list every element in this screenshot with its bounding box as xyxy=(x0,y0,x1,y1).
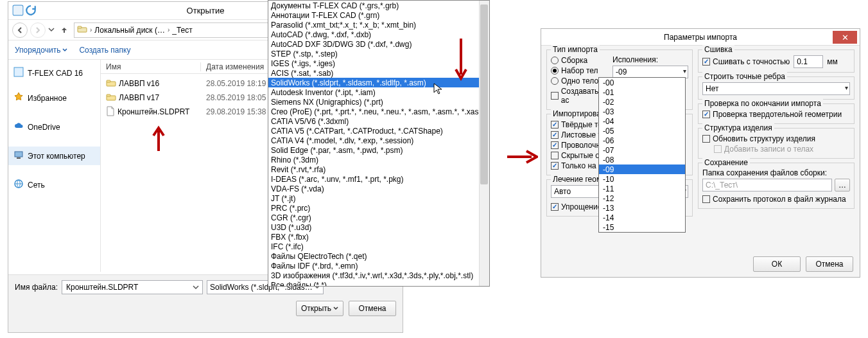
breadcrumb-root[interactable]: Локальный диск (… xyxy=(94,26,165,35)
svg-rect-5 xyxy=(17,157,21,159)
exec-select[interactable]: -09 ▾ xyxy=(612,66,688,78)
close-button[interactable]: ✕ xyxy=(833,31,857,44)
filetype-option[interactable]: Rhino (*.3dm) xyxy=(268,155,489,165)
filetype-option[interactable]: I-DEAS (*.arc, *.unv, *.mf1, *.prt, *.pk… xyxy=(268,174,489,184)
organize-menu[interactable]: Упорядочить xyxy=(15,46,67,55)
folder-icon xyxy=(106,93,116,103)
filetype-option[interactable]: Документы T-FLEX CAD (*.grs,*.grb) xyxy=(268,1,489,10)
filetype-option[interactable]: CATIA V5/V6 (*.3dxml) xyxy=(268,116,489,126)
edges-select[interactable]: Нет ▾ xyxy=(702,82,850,95)
exec-option[interactable]: -02 xyxy=(599,97,685,107)
cursor-icon xyxy=(433,82,443,97)
filetype-option[interactable]: Autodesk Inventor (*.ipt, *.iam) xyxy=(268,87,489,97)
radio-bodyset[interactable]: Набор тел xyxy=(551,66,607,76)
exec-option[interactable]: -14 xyxy=(599,213,685,222)
file-name: Кронштейн.SLDPRT xyxy=(117,107,189,116)
exec-option[interactable]: -00 xyxy=(599,78,685,87)
sew-unit: мм xyxy=(827,57,838,66)
check-sew[interactable]: Сшивать с точностью xyxy=(702,57,790,67)
sidebar-item-onedrive[interactable]: OneDrive xyxy=(8,118,100,136)
filename-input[interactable] xyxy=(62,280,203,294)
exec-option[interactable]: -10 xyxy=(599,174,685,184)
breadcrumb-folder[interactable]: _Тест xyxy=(172,26,193,35)
checkbox-icon xyxy=(702,111,710,118)
sidebar-item-thispc[interactable]: Этот компьютер xyxy=(8,147,100,165)
cancel-button[interactable]: Отмена xyxy=(806,256,853,272)
filetype-option[interactable]: 3D изображения (*.tf3d,*.iv,*.wrl,*.x3d,… xyxy=(268,271,489,280)
exec-option[interactable]: -09 xyxy=(599,165,685,174)
ellipsis-icon: … xyxy=(838,181,846,190)
scrollbar-thumb[interactable] xyxy=(480,4,488,184)
cancel-button[interactable]: Отмена xyxy=(349,301,396,316)
checkbox-icon xyxy=(551,121,559,129)
checkbox-icon xyxy=(551,92,559,100)
filetype-option[interactable]: PRC (*.prc) xyxy=(268,203,489,213)
sidebar-item-tflex[interactable]: T-FLEX CAD 16 xyxy=(8,64,100,82)
exec-option[interactable]: -12 xyxy=(599,193,685,203)
filetype-option[interactable]: CATIA V4 (*.model, *.dlv, *.exp, *.sessi… xyxy=(268,136,489,145)
svg-rect-4 xyxy=(15,152,22,157)
filetype-option[interactable]: Solid Edge (*.par, *.asm, *.pwd, *.psm) xyxy=(268,145,489,155)
nav-back-button[interactable] xyxy=(12,22,28,38)
filetype-option[interactable]: Файлы IDF (*.brd, *.emn) xyxy=(268,261,489,271)
exec-option[interactable]: -01 xyxy=(599,87,685,97)
sidebar-item-network[interactable]: Сеть xyxy=(8,175,100,194)
filetype-option[interactable]: JT (*.jt) xyxy=(268,193,489,203)
file-name: ЛАВВП v17 xyxy=(119,93,159,102)
exec-option[interactable]: -04 xyxy=(599,116,685,126)
new-folder-button[interactable]: Создать папку xyxy=(79,46,130,55)
exec-option[interactable]: -06 xyxy=(599,136,685,145)
exec-dropdown[interactable]: -00-01-02-03-04-05-06-07-08-09-10-11-12-… xyxy=(598,77,686,233)
exec-option[interactable]: -05 xyxy=(599,126,685,136)
sidebar-item-label: OneDrive xyxy=(28,123,60,132)
col-name-header[interactable]: Имя xyxy=(101,62,201,71)
sidebar-item-label: Этот компьютер xyxy=(28,152,85,161)
filetype-option[interactable]: FBX (*.fbx) xyxy=(268,232,489,242)
nav-up-button[interactable] xyxy=(57,23,71,37)
check-geom[interactable]: Проверка твердотельной геометрии xyxy=(702,109,850,120)
nav-forward-button[interactable] xyxy=(30,22,46,38)
exec-option[interactable]: -03 xyxy=(599,107,685,116)
filetype-option[interactable]: AutoCAD (*.dwg, *.dxf, *.dxb) xyxy=(268,30,489,39)
cancel-button-label: Отмена xyxy=(358,304,386,313)
chevron-right-icon: › xyxy=(90,26,92,33)
filetype-option[interactable]: Revit (*.rvt,*.rfa) xyxy=(268,165,489,174)
scrollbar[interactable] xyxy=(479,1,489,286)
footer-buttons: Открыть Отмена xyxy=(296,301,396,316)
exec-option[interactable]: -07 xyxy=(599,145,685,155)
filetype-option[interactable]: Parasolid (*.xmt_txt;*.x_t; *.x_b; *.xmt… xyxy=(268,20,489,30)
filetype-option[interactable]: Creo (ProE) (*.prt, *.prt.*, *.neu, *.ne… xyxy=(268,107,489,116)
exec-option[interactable]: -13 xyxy=(599,203,685,213)
chevron-down-icon: ▾ xyxy=(845,84,848,91)
filetype-option[interactable]: VDA-FS (*.vda) xyxy=(268,184,489,193)
titlebar-title: Открытие xyxy=(187,6,225,15)
filetype-option[interactable]: IFC (*.ifc) xyxy=(268,242,489,251)
filetype-option[interactable]: CGR (*.cgr) xyxy=(268,213,489,222)
filetype-option[interactable]: CATIA V5 (*.CATPart, *.CATProduct, *.CAT… xyxy=(268,126,489,136)
ok-button[interactable]: ОК xyxy=(753,256,801,272)
sew-precision-input[interactable]: 0.1 xyxy=(794,55,823,68)
chevron-right-icon: › xyxy=(168,26,169,33)
filename-field[interactable] xyxy=(65,282,200,292)
check-save-log[interactable]: Сохранить протокол в файл журнала xyxy=(702,194,850,204)
exec-option[interactable]: -11 xyxy=(599,184,685,193)
filetype-option[interactable]: Аннотации T-FLEX CAD (*.grn) xyxy=(268,10,489,20)
exec-label: Исполнения: xyxy=(612,55,688,64)
sidebar-item-favorites[interactable]: Избранное xyxy=(8,89,100,107)
group-struct: Структура изделия Обновить структуру изд… xyxy=(698,128,855,159)
checkbox-icon xyxy=(551,141,559,149)
refresh-icon xyxy=(25,4,37,16)
browse-button[interactable]: … xyxy=(835,179,850,191)
radio-assembly[interactable]: Сборка xyxy=(551,55,607,66)
chevron-down-icon[interactable] xyxy=(191,282,201,292)
filetype-option[interactable]: Файлы QElectroTech (*.qet) xyxy=(268,251,489,261)
check-update-struct[interactable]: Обновить структуру изделия xyxy=(702,134,850,144)
exec-option[interactable]: -15 xyxy=(599,222,685,232)
open-button[interactable]: Открыть xyxy=(296,301,343,316)
filetype-option[interactable]: U3D (*.u3d) xyxy=(268,222,489,232)
filetype-option[interactable]: Все файлы (*.*) xyxy=(268,280,489,287)
save-path-label: Папка сохранения файлов сборки: xyxy=(702,168,850,177)
nav-recent-icon[interactable] xyxy=(48,26,55,35)
filetype-option[interactable]: Siemens NX (Unigraphics) (*.prt) xyxy=(268,97,489,107)
exec-option[interactable]: -08 xyxy=(599,155,685,165)
